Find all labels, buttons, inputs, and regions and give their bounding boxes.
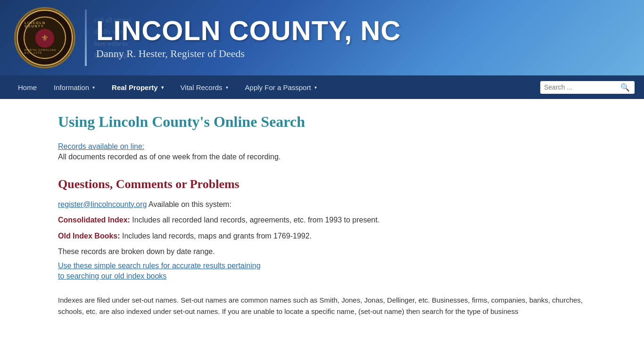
old-index-label: Old Index Books: bbox=[58, 232, 120, 240]
indexes-description: Indexes are filed under set-out names. S… bbox=[58, 295, 586, 317]
nav-information-label: Information bbox=[54, 83, 89, 91]
contact-email-link[interactable]: register@lincolncounty.org bbox=[58, 200, 147, 208]
search-button[interactable]: 🔍 bbox=[619, 83, 631, 92]
search-input[interactable] bbox=[544, 83, 619, 91]
header-title-block: LINCOLN COUNTY, NC Danny R. Hester, Regi… bbox=[96, 16, 401, 60]
old-index-text: Includes land records, maps and grants f… bbox=[120, 232, 312, 240]
consolidated-label: Consolidated Index: bbox=[58, 216, 130, 224]
date-range-text: These records are broken down by date ra… bbox=[58, 246, 586, 258]
page-title: Using Lincoln County's Online Search bbox=[58, 113, 586, 131]
nav-item-home[interactable]: Home bbox=[9, 77, 45, 98]
header-divider bbox=[85, 9, 87, 66]
nav-home-label: Home bbox=[18, 83, 37, 91]
old-index-line: Old Index Books: Includes land records, … bbox=[58, 230, 586, 242]
contact-suffix: Available on this system: bbox=[147, 200, 231, 208]
site-logo: LINCOLN COUNTY ⚜ NORTH CAROLINA · EST. 1… bbox=[14, 7, 75, 68]
records-text: All documents recorded as of one week fr… bbox=[58, 151, 586, 163]
nav-vital-records-label: Vital Records bbox=[181, 83, 223, 91]
logo-top-text: LINCOLN COUNTY bbox=[25, 21, 65, 28]
nav-item-information[interactable]: Information ▾ bbox=[45, 77, 103, 98]
site-subtitle: Danny R. Hester, Register of Deeds bbox=[96, 48, 401, 60]
main-content: Using Lincoln County's Online Search Rec… bbox=[20, 99, 624, 331]
site-header: call all appeal danlly write here write … bbox=[0, 0, 644, 75]
logo-bottom-text: NORTH CAROLINA · EST. 1779 bbox=[25, 49, 65, 54]
questions-heading: Questions, Comments or Problems bbox=[58, 177, 586, 191]
nav-item-apply-passport[interactable]: Apply For a Passport ▾ bbox=[237, 77, 325, 98]
consolidated-text: Includes all recorded land records, agre… bbox=[130, 216, 380, 224]
nav-real-property-label: Real Property bbox=[112, 83, 158, 91]
site-title: LINCOLN COUNTY, NC bbox=[96, 16, 401, 46]
nav-items-list: Home Information ▾ Real Property ▾ Vital… bbox=[9, 77, 540, 98]
nav-item-vital-records[interactable]: Vital Records ▾ bbox=[172, 77, 237, 98]
logo-emblem-icon: ⚜ bbox=[35, 29, 54, 48]
main-navigation: Home Information ▾ Real Property ▾ Vital… bbox=[0, 75, 644, 99]
chevron-down-icon: ▾ bbox=[92, 85, 95, 90]
search-rules-link-1[interactable]: Use these simple search rules for accura… bbox=[58, 262, 586, 270]
chevron-down-icon: ▾ bbox=[161, 85, 164, 90]
nav-item-real-property[interactable]: Real Property ▾ bbox=[103, 77, 172, 98]
nav-passport-label: Apply For a Passport bbox=[245, 83, 311, 91]
search-rules-link-2[interactable]: to searching our old index books bbox=[58, 272, 586, 280]
search-bar[interactable]: 🔍 bbox=[540, 81, 635, 94]
chevron-down-icon: ▾ bbox=[314, 85, 317, 90]
contact-line: register@lincolncounty.org Available on … bbox=[58, 198, 586, 211]
records-available-link[interactable]: Records available on line: bbox=[58, 142, 144, 150]
chevron-down-icon: ▾ bbox=[226, 85, 228, 90]
search-icon: 🔍 bbox=[620, 83, 630, 91]
consolidated-index-line: Consolidated Index: Includes all recorde… bbox=[58, 214, 586, 226]
